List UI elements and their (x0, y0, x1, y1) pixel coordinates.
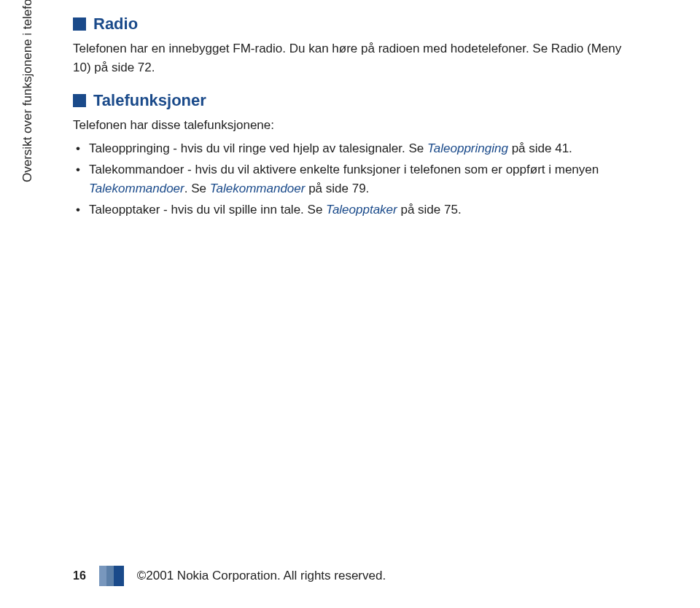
square-bullet-icon (73, 17, 86, 31)
copyright-text: ©2001 Nokia Corporation. All rights rese… (137, 569, 386, 583)
intro-talefunksjoner: Telefonen har disse talefunksjonene: (73, 116, 642, 135)
bullet-text: . Se (184, 182, 210, 195)
bullet-text: på side 75. (397, 203, 462, 217)
list-item: Taleopptaker - hvis du vil spille inn ta… (73, 200, 642, 219)
bullet-text: Taleopptaker - hvis du vil spille inn ta… (89, 203, 326, 217)
section-heading-radio: Radio (73, 15, 642, 34)
footer-bar-icon (99, 566, 124, 586)
list-item: Taleoppringing - hvis du vil ringe ved h… (73, 139, 642, 158)
bullet-text: på side 41. (508, 141, 572, 155)
heading-talefunksjoner: Talefunksjoner (93, 91, 206, 110)
page-number: 16 (73, 569, 86, 582)
bullet-text: Taleoppringing - hvis du vil ringe ved h… (89, 141, 427, 155)
heading-radio: Radio (93, 15, 138, 34)
link-taleoppringing[interactable]: Taleoppringing (427, 141, 508, 155)
bullet-list: Taleoppringing - hvis du vil ringe ved h… (73, 139, 642, 219)
section-heading-talefunksjoner: Talefunksjoner (73, 91, 642, 110)
link-talekommandoer-2[interactable]: Talekommandoer (210, 182, 306, 195)
link-talekommandoer[interactable]: Talekommandoer (89, 182, 184, 195)
footer-bar-segment (99, 566, 106, 586)
main-content: Radio Telefonen har en innebygget FM-rad… (73, 15, 642, 222)
body-radio: Telefonen har en innebygget FM-radio. Du… (73, 39, 642, 77)
footer: 16 ©2001 Nokia Corporation. All rights r… (73, 566, 386, 586)
list-item: Talekommandoer - hvis du vil aktivere en… (73, 160, 642, 198)
footer-bar-segment (114, 566, 124, 586)
bullet-text: Talekommandoer - hvis du vil aktivere en… (89, 163, 599, 176)
bullet-text: på side 79. (305, 182, 369, 195)
square-bullet-icon (73, 94, 86, 107)
footer-bar-segment (106, 566, 114, 586)
link-taleopptaker[interactable]: Taleopptaker (326, 203, 397, 217)
sidebar-section-label: Oversikt over funksjonene i telefonen (20, 0, 35, 182)
